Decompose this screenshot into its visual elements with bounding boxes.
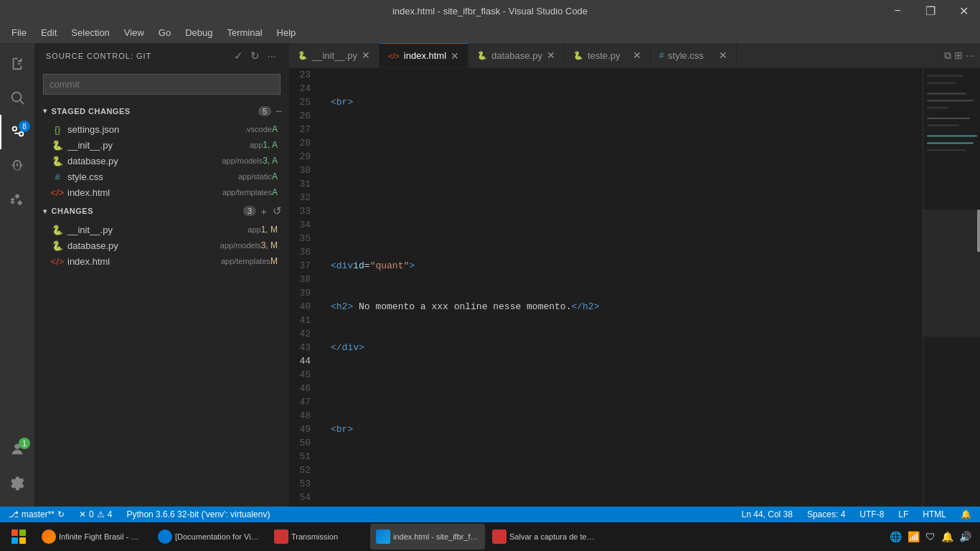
stage-all-button[interactable]: + [259,204,268,219]
taskbar-firefox[interactable]: Infinite Fight Brasil - Mozilla... [36,524,151,550]
changed-index-html-path: app/templates [221,257,270,265]
language-status[interactable]: HTML [920,509,949,519]
taskbar-transmission[interactable]: Transmission [268,524,369,550]
changed-index-html-status: M [270,256,283,266]
activity-settings[interactable] [0,466,34,501]
split-editor-button[interactable]: ⧉ [944,50,951,62]
commit-input[interactable] [43,74,281,95]
taskbar-vscode[interactable]: index.html - site_ifbr_flask -... [370,524,485,550]
errors-warnings-status[interactable]: ✕ 0 ⚠ 4 [76,509,115,519]
minimap [923,68,980,507]
menu-file[interactable]: File [6,24,32,41]
more-actions-button[interactable]: ··· [265,48,278,64]
tab-teste-py-close[interactable]: ✕ [633,50,641,61]
tab-teste-py[interactable]: 🐍 teste.py ✕ [565,43,651,67]
sidebar-actions: ✓ ↻ ··· [232,48,278,64]
changed-file-init-py[interactable]: 🐍 __init__.py app 1, M [34,222,289,237]
changed-files-list: 🐍 __init__.py app 1, M 🐍 database.py app… [34,222,289,269]
changes-section-header[interactable]: ▾ CHANGES 3 + ↺ [34,200,289,222]
tab-init-py[interactable]: 🐍 __init__.py ✕ [289,43,380,67]
minimize-button[interactable]: − [881,0,914,22]
activity-debug[interactable] [0,149,34,184]
menu-terminal[interactable]: Terminal [221,24,268,41]
unstage-all-button[interactable]: − [274,103,283,118]
activity-search[interactable] [0,80,34,115]
spaces-status[interactable]: Spaces: 4 [804,509,848,519]
line-col-status[interactable]: Ln 44, Col 38 [739,509,796,519]
staged-changes-title: ▾ STAGED CHANGES [43,107,131,116]
tab-index-html[interactable]: </> index.html ✕ [380,43,468,67]
docs-icon [158,529,172,544]
refresh-button[interactable]: ↻ [249,48,261,64]
menu-selection[interactable]: Selection [65,24,115,41]
git-branch-status[interactable]: ⎇ master** ↻ [6,509,67,519]
style-css-icon: # [52,171,63,182]
taskbar-right: 🌐 📶 🛡 🔔 🔊 [890,531,977,542]
commit-check-button[interactable]: ✓ [232,48,245,64]
tab-index-html-close[interactable]: ✕ [451,50,459,62]
code-content[interactable]: 23 24 25 26 27 28 29 30 31 32 33 34 35 3… [289,68,980,507]
network-icon[interactable]: 🌐 [890,531,902,542]
error-icon: ✕ [79,509,86,519]
tab-style-css-close[interactable]: ✕ [719,50,727,61]
code-line-26 [331,218,923,232]
encoding-status[interactable]: UTF-8 [857,509,887,519]
menu-help[interactable]: Help [271,24,302,41]
volume-icon[interactable]: 🔊 [959,531,971,542]
close-button[interactable]: ✕ [947,0,980,22]
taskbar-start[interactable] [3,524,34,550]
index-html-path: app/templates [222,188,272,197]
taskbar-docs[interactable]: [Documentation for Visual S... [152,524,267,550]
changed-file-index-html[interactable]: </> index.html app/templates M [34,253,289,269]
staged-file-init-py[interactable]: 🐍 __init__.py app 1, A [34,137,289,153]
svg-point-0 [12,93,22,102]
tab-database-py-label: database.py [491,50,542,61]
firefox-icon [42,529,56,544]
python-status[interactable]: Python 3.6.6 32-bit ('venv': virtualenv) [123,509,273,519]
init-py-path: app [250,141,263,149]
shield-icon[interactable]: 🛡 [925,531,936,542]
line-num-53: 53 [289,477,316,491]
editor-layout-button[interactable]: ⊞ [954,50,963,61]
line-num-46: 46 [289,382,316,395]
wifi-icon[interactable]: 📶 [908,531,920,542]
activity-extensions[interactable] [0,184,34,218]
tab-database-py-close[interactable]: ✕ [547,50,555,61]
line-num-24: 24 [289,82,316,95]
activity-explorer[interactable] [0,46,34,80]
staged-file-index-html[interactable]: </> index.html app/templates A [34,184,289,200]
line-num-35: 35 [289,232,316,245]
tab-style-css[interactable]: # style.css ✕ [651,43,737,67]
editor-more-button[interactable]: ··· [966,50,974,61]
menu-edit[interactable]: Edit [35,24,62,41]
changed-init-py-status: 1, M [261,225,283,235]
changed-file-database-py[interactable]: 🐍 database.py app/models 3, M [34,237,289,253]
tab-init-py-label: __init__.py [312,50,357,61]
line-num-54: 54 [289,491,316,504]
notifications-status[interactable]: 🔔 [958,509,974,519]
menu-view[interactable]: View [118,24,150,41]
staged-file-database-py[interactable]: 🐍 database.py app/models 3, A [34,153,289,169]
tab-database-py[interactable]: 🐍 database.py ✕ [468,43,565,67]
activity-account[interactable]: 1 [0,432,34,466]
line-num-36: 36 [289,245,316,259]
code-editor: 🐍 __init__.py ✕ </> index.html ✕ 🐍 datab… [289,43,980,507]
menu-go[interactable]: Go [153,24,176,41]
notification-icon[interactable]: 🔔 [941,531,953,542]
restore-button[interactable]: ❐ [914,0,947,22]
staged-file-style-css[interactable]: # style.css app/static A [34,169,289,184]
staged-file-settings-json[interactable]: {} settings.json .vscode A [34,121,289,137]
menu-debug[interactable]: Debug [179,24,218,41]
activity-source-control[interactable]: 8 [0,115,34,149]
discard-all-button[interactable]: ↺ [271,203,283,219]
spaces-label: Spaces: 4 [807,509,845,519]
taskbar-screenshot[interactable]: Salvar a captura de tela co... [486,524,601,550]
git-branch-label: master** [22,509,55,519]
notif-icon: 🔔 [961,509,971,519]
tab-init-py-close[interactable]: ✕ [362,50,370,61]
svg-rect-10 [927,125,959,126]
staged-changes-section-header[interactable]: ▾ STAGED CHANGES 5 − [34,100,289,121]
code-lines[interactable]: <br> <div id="quant"> <h2> No momento a … [325,68,923,507]
line-ending-status[interactable]: LF [895,509,911,519]
firefox-label: Infinite Fight Brasil - Mozilla... [59,532,145,541]
